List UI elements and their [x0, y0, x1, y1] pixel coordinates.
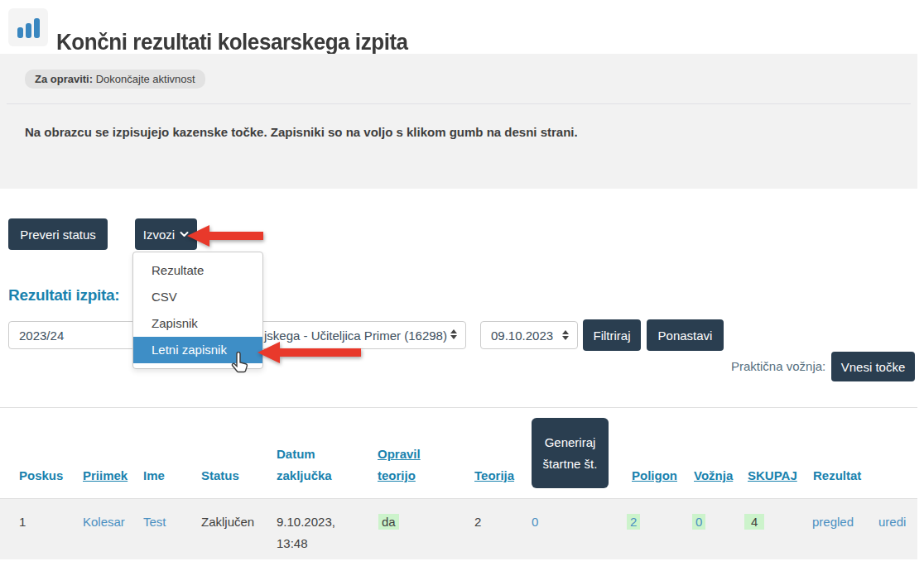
- page-title: Končni rezultati kolesarskega izpita: [56, 29, 408, 55]
- up-down-arrows-icon: [562, 330, 569, 340]
- column-header-poskus: Poskus: [19, 465, 63, 487]
- column-header-ime: Ime: [143, 465, 165, 487]
- enter-points-button[interactable]: Vnesi točke: [831, 352, 915, 381]
- up-down-arrows-icon: [450, 329, 457, 339]
- bar-chart-icon-bar: [34, 18, 40, 38]
- menu-item-label: Letni zapisnik: [152, 343, 227, 357]
- export-button-label: Izvozi: [143, 228, 175, 242]
- school-year-value: 2023/24: [19, 329, 64, 343]
- cell-datum-line2: 13:48: [277, 533, 335, 554]
- red-arrow-left-icon: [257, 341, 361, 364]
- date-select[interactable]: 09.10.2023: [480, 321, 578, 349]
- todo-badge-label: Za opraviti:: [35, 73, 93, 85]
- column-header-voznja[interactable]: Vožnja: [694, 465, 733, 487]
- skupaj-value: 4: [744, 514, 764, 530]
- column-header-teorija[interactable]: Teorija: [474, 465, 514, 487]
- column-header-datum: Datum zaključka: [277, 444, 355, 487]
- cell-poskus: 1: [19, 511, 26, 533]
- cell-voznja-link[interactable]: 0: [692, 511, 705, 533]
- column-header-priimek[interactable]: Priimek: [83, 465, 128, 487]
- generate-start-numbers-button[interactable]: Generiraj štartne št.: [532, 418, 609, 488]
- results-section-heading: Rezultati izpita:: [8, 286, 119, 305]
- table-top-border: [0, 407, 917, 408]
- practical-driving-label: Praktična vožnja:: [731, 359, 825, 373]
- column-header-skupaj[interactable]: SKUPAJ: [748, 465, 797, 487]
- cell-datum-line1: 9.10.2023,: [277, 511, 335, 533]
- menu-item-label: Rezultate: [152, 263, 204, 277]
- export-menu-item-rezultate[interactable]: Rezultate: [133, 257, 262, 284]
- check-status-button[interactable]: Preveri status: [8, 218, 108, 250]
- bar-chart-icon-bar: [26, 23, 31, 38]
- class-teacher-value: jskega - Učiteljica Primer (16298): [264, 329, 447, 343]
- cell-teorija: 2: [474, 511, 481, 533]
- cell-datum: 9.10.2023, 13:48: [277, 511, 335, 554]
- bar-chart-icon: [8, 8, 48, 46]
- column-header-rezultat: Rezultat: [813, 465, 861, 487]
- notice-divider: [7, 103, 911, 104]
- table-row: 1 Kolesar Test Zaključen 9.10.2023, 13:4…: [0, 499, 917, 559]
- cell-poligon-link[interactable]: 2: [627, 511, 640, 533]
- export-menu-item-csv[interactable]: CSV: [133, 284, 262, 310]
- cell-skupaj: 4: [744, 511, 764, 533]
- column-header-status: Status: [201, 465, 239, 487]
- opravil-value: da: [378, 514, 399, 530]
- export-menu-item-zapisnik[interactable]: Zapisnik: [133, 310, 262, 337]
- cell-startne-link[interactable]: 0: [532, 511, 538, 533]
- cell-status: Zaključen: [201, 511, 254, 533]
- column-header-poligon[interactable]: Poligon: [632, 465, 677, 487]
- cell-view-link[interactable]: pregled: [812, 511, 854, 533]
- filter-button[interactable]: Filtriraj: [583, 319, 641, 351]
- notice-text: Na obrazcu se izpisujejo kazenske točke.…: [25, 125, 578, 139]
- menu-item-label: CSV: [152, 290, 177, 304]
- column-header-opravil-teorijo[interactable]: Opravil teorijo: [378, 444, 436, 487]
- red-arrow-left-icon: [187, 224, 263, 247]
- cell-edit-link[interactable]: uredi: [878, 511, 906, 533]
- hand-pointer-icon: [229, 352, 249, 377]
- voznja-value: 0: [692, 514, 705, 530]
- date-value: 09.10.2023: [491, 329, 553, 343]
- todo-badge-text: Dokončajte aktivnost: [93, 73, 195, 85]
- menu-item-label: Zapisnik: [152, 316, 198, 330]
- poligon-value: 2: [627, 514, 640, 530]
- activity-notice-box: Za opraviti: Dokončajte aktivnost Na obr…: [0, 54, 917, 189]
- reset-button[interactable]: Ponastavi: [647, 319, 724, 351]
- cell-priimek-link[interactable]: Kolesar: [83, 511, 125, 533]
- page: Končni rezultati kolesarskega izpita Za …: [0, 0, 924, 566]
- bar-chart-icon-bar: [17, 27, 23, 38]
- cell-opravil-teorijo: da: [378, 511, 399, 533]
- cell-ime-link[interactable]: Test: [143, 511, 166, 533]
- todo-badge: Za opraviti: Dokončajte aktivnost: [25, 70, 205, 89]
